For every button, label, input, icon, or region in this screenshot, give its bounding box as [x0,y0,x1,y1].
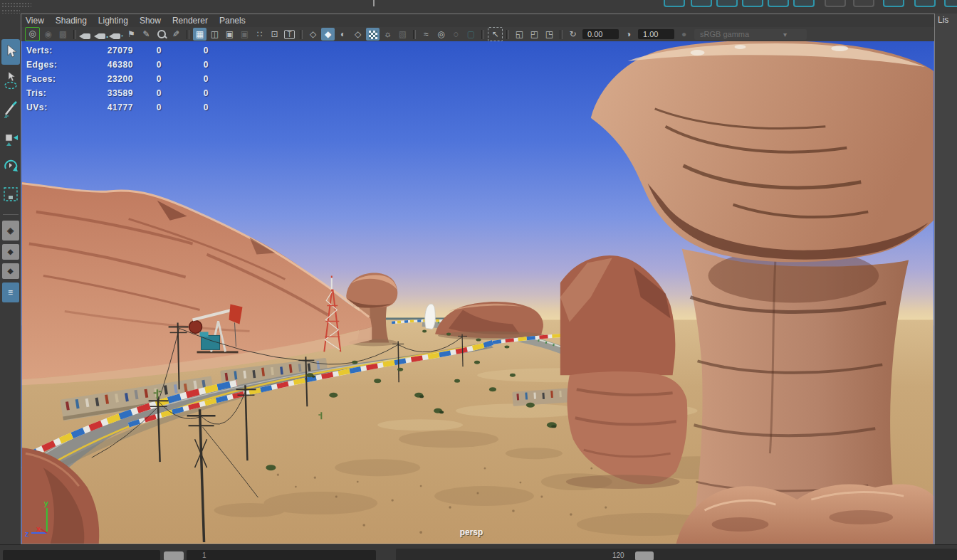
fog-icon[interactable]: ▢ [464,28,478,41]
hud-selected: 0 [133,43,162,58]
shelf-drag-handle[interactable] [1,2,31,8]
shelf-button-8[interactable] [853,0,874,7]
viewport-menu-view[interactable]: View [21,14,50,27]
occlusion-icon[interactable]: ≈ [419,28,433,41]
layout-split-pane-button[interactable]: ◆ [2,244,19,260]
time-slider-track[interactable] [396,549,957,560]
viewport-menu-shading[interactable]: Shading [50,14,93,27]
shelf-button-6[interactable] [793,0,815,7]
resolution-gate-icon[interactable]: ▣ [223,28,236,41]
gamma-indicator-glyph: ● [681,29,686,39]
shelf-button-11[interactable] [944,0,957,7]
hud-row-uvs: UVs:4177700 [26,100,209,115]
time-slider-handle[interactable] [635,551,654,560]
xray-active-icon[interactable]: ◰ [528,28,541,41]
shelf-button-9[interactable] [883,0,904,7]
grease-pencil-icon[interactable]: ✎ [140,28,153,41]
axis-z-label: z [25,529,29,538]
viewport-canvas[interactable]: y z x persp persp Verts:2707900Edges:463… [21,41,934,544]
list-menu-clipped[interactable]: Lis [938,15,948,25]
camera-attributes-icon[interactable]: * [110,28,123,41]
last-tool-slot[interactable] [1,181,20,207]
gate-mask-icon[interactable]: ▣ [238,28,251,41]
move-tool[interactable] [1,125,20,150]
gamma-field[interactable]: 1.00 [638,29,674,39]
hud-other: 0 [162,72,209,86]
rotate-tool[interactable] [1,153,20,179]
shelf-button-10[interactable] [914,0,936,7]
smooth-shade-display-icon[interactable]: ◆ [321,28,335,41]
safe-title-icon[interactable]: T [283,28,296,41]
maya-window: { "toolbox": { "tools": [ {"name": "sele… [0,0,957,560]
lock-camera-icon[interactable]: • [95,28,108,41]
select-tool[interactable] [1,39,20,65]
wireframe-on-shaded-icon[interactable]: ◐ [336,28,350,41]
selection-highlight-icon[interactable]: ◎ [25,27,40,41]
playback-start-field[interactable] [3,550,160,560]
shelf-button-2[interactable] [691,0,712,7]
pan-zoom-icon[interactable] [155,28,168,41]
range-slider-handle-left[interactable] [164,551,184,560]
xray-glyph: ◱ [516,29,523,39]
range-start-field[interactable]: 1 [187,550,376,560]
toolbar-separator [506,30,509,39]
all-lights-icon[interactable]: ☼ [381,28,394,41]
exposure-field[interactable]: 0.00 [582,29,619,39]
xray-icon[interactable]: ◱ [513,28,526,41]
depth-of-field-icon[interactable]: ◌ [449,28,463,41]
shadows-icon[interactable]: ▧ [396,28,409,41]
exposure-icon[interactable]: ↻ [566,28,580,41]
shelf-button-3[interactable] [716,0,738,7]
wireframe-display-icon[interactable]: ◇ [306,28,320,41]
lasso-tool[interactable] [1,68,20,93]
textured-display-glyph [369,31,377,39]
shelf-button-5[interactable] [768,0,789,7]
hud-label: Edges: [26,58,70,72]
hud-selected: 0 [133,100,162,115]
grid-icon[interactable]: ▦ [193,28,206,41]
gate-mask-glyph: ▣ [241,29,249,39]
toolbar-separator [187,30,189,39]
select-camera-icon[interactable] [80,28,93,41]
shelf-button-7[interactable] [825,0,846,7]
viewport-menu-renderer[interactable]: Renderer [167,14,214,27]
contrast-icon[interactable]: ◑ [622,28,635,41]
film-gate-icon[interactable]: ◫ [208,28,221,41]
motion-blur-icon[interactable]: ◎ [434,28,448,41]
layout-four-view-button[interactable]: ◈ [2,221,19,241]
field-chart-icon[interactable]: ∷ [253,28,266,41]
viewport-menu-lighting[interactable]: Lighting [93,14,134,27]
gamma-indicator-icon[interactable]: ● [677,28,691,41]
top-shelf-strip [0,0,957,14]
hud-other: 0 [162,58,209,72]
textured-display-icon[interactable] [366,28,380,41]
hud-row-tris: Tris:3358900 [26,86,209,100]
toolbar-separator [73,30,76,39]
safe-action-icon[interactable]: ⊡ [268,28,281,41]
hud-total: 46380 [70,58,133,72]
hud-total: 33589 [70,86,133,100]
viewport-menu-panels[interactable]: Panels [214,14,251,27]
timeline-strip: 1 120 [0,544,957,560]
toolbar-separator [481,30,484,39]
grease-frame-icon[interactable]: ✎ [169,28,183,41]
layout-outliner-persp-button[interactable]: ≡ [2,282,19,302]
shelf-button-4[interactable] [742,0,763,7]
depth-of-field-glyph: ◌ [454,29,459,39]
layout-single-pane-button[interactable]: ◆ [2,263,19,279]
dimmed-icon-a[interactable]: ◉ [41,28,55,41]
toolbar-separator [413,30,416,39]
all-lights-glyph: ☼ [384,29,392,39]
color-space-dropdown[interactable]: sRGB gamma▾ [694,29,807,40]
viewport-menu-show[interactable]: Show [134,14,167,27]
dimmed-icon-b[interactable]: ▩ [56,28,70,41]
default-material-icon[interactable]: ◇ [351,28,365,41]
hud-total: 41777 [70,100,133,115]
paint-selection-tool[interactable] [1,96,20,122]
isolate-select-icon[interactable]: ↖ [488,27,503,41]
image-plane-icon[interactable]: ◳ [543,28,556,41]
pan-zoom-glyph [157,30,166,38]
shelf-button-1[interactable] [664,0,685,7]
bookmark-icon[interactable]: ⚑ [125,28,138,41]
hud-label: Tris: [26,86,70,100]
